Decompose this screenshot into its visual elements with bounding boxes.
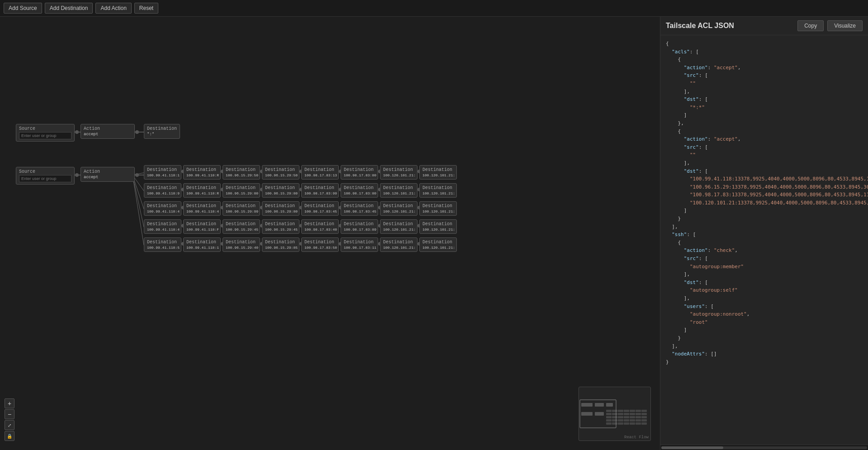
svg-rect-22 <box>641 410 647 412</box>
source-node-1-input[interactable] <box>19 132 71 139</box>
reset-button[interactable]: Reset <box>134 3 158 14</box>
dest-col5-row3: Destination 100.98.17.83:45 <box>301 201 339 216</box>
dest-node-1-title: Destination <box>147 126 177 131</box>
copy-button[interactable]: Copy <box>797 20 824 31</box>
dest-col3-row3: Destination 100.96.15.29:99 <box>223 201 260 216</box>
svg-rect-41 <box>630 419 635 422</box>
minimap-svg <box>579 387 651 441</box>
fit-view-button[interactable]: ⤢ <box>5 420 14 430</box>
dest-col7-row3: Destination 100.120.101.21: <box>380 201 417 216</box>
svg-line-7 <box>133 175 144 227</box>
json-panel: Tailscale ACL JSON Copy Visualize { "acl… <box>660 17 868 450</box>
action-node-2-title: Action <box>84 169 132 174</box>
dest-col2-row4: Destination 100.99.41.118:F <box>183 219 221 234</box>
zoom-out-button[interactable]: − <box>5 409 14 419</box>
svg-rect-37 <box>606 419 612 422</box>
svg-rect-34 <box>630 416 635 418</box>
dest-col5-row4: Destination 100.98.17.83:40 <box>301 219 339 234</box>
dest-col1-row1: Destination 100.99.41.118:1 <box>144 165 181 180</box>
dest-col2-row5: Destination 100.99.41.118:1 <box>183 237 221 252</box>
svg-rect-18 <box>618 410 623 412</box>
dest-col4-row3: Destination 100.96.15.29:80 <box>262 201 299 216</box>
svg-rect-31 <box>612 416 617 418</box>
svg-rect-43 <box>641 419 647 422</box>
source-node-1-title: Source <box>19 126 71 131</box>
dest-col5-row1: Destination 100.98.17.83:13 <box>301 165 339 180</box>
dest-col2-row1: Destination 100.99.41.118:R <box>183 165 221 180</box>
dest-col4-row4: Destination 100.96.15.29:45 <box>262 219 299 234</box>
svg-rect-16 <box>606 410 612 412</box>
dest-col3-row2: Destination 100.96.15.29:80 <box>223 183 260 198</box>
svg-rect-30 <box>606 416 612 418</box>
dest-col4-row5: Destination 100.96.15.29:85 <box>262 237 299 252</box>
svg-rect-36 <box>641 416 647 418</box>
dest-node-1: Destination *:* <box>144 124 180 139</box>
dest-col2-row3: Destination 100.99.41.118:4 <box>183 201 221 216</box>
add-source-button[interactable]: Add Source <box>4 3 42 14</box>
json-panel-actions: Copy Visualize <box>797 20 863 31</box>
dest-col1-row2: Destination 100.99.41.118:9 <box>144 183 181 198</box>
svg-rect-24 <box>612 413 617 415</box>
json-panel-title: Tailscale ACL JSON <box>666 22 734 30</box>
svg-rect-19 <box>624 410 629 412</box>
zoom-in-button[interactable]: + <box>5 398 14 408</box>
json-scrollbar-track[interactable] <box>661 446 867 449</box>
action-node-2-value: accept <box>84 175 132 180</box>
dest-col1-row3: Destination 100.99.41.118:4 <box>144 201 181 216</box>
source-node-2: Source <box>16 167 75 185</box>
svg-rect-13 <box>606 403 613 407</box>
flow-canvas[interactable]: Source Action accept Destination *:* Sou… <box>0 17 660 450</box>
add-destination-button[interactable]: Add Destination <box>45 3 93 14</box>
dest-col5-row5: Destination 100.98.17.83:50 <box>301 237 339 252</box>
action-node-1: Action accept <box>81 124 135 139</box>
dest-col3-row5: Destination 100.96.15.29:40 <box>223 237 260 252</box>
json-horizontal-scrollbar[interactable] <box>660 445 868 450</box>
dest-col6-row4: Destination 100.98.17.83:89 <box>341 219 378 234</box>
svg-rect-26 <box>624 413 629 415</box>
svg-rect-44 <box>606 422 612 425</box>
lock-button[interactable]: 🔒 <box>5 431 14 441</box>
svg-rect-29 <box>641 413 647 415</box>
dest-col3-row1: Destination 100.96.15.29:50 <box>223 165 260 180</box>
svg-rect-28 <box>636 413 641 415</box>
json-content[interactable]: { "acls": [ { "action": "accept", "src":… <box>660 35 868 445</box>
visualize-button[interactable]: Visualize <box>827 20 863 31</box>
source-node-2-title: Source <box>19 169 71 174</box>
svg-rect-40 <box>624 419 629 422</box>
dest-col7-row1: Destination 100.120.101.21: <box>380 165 417 180</box>
svg-rect-38 <box>612 419 617 422</box>
svg-rect-17 <box>612 410 617 412</box>
source-node-2-input[interactable] <box>19 175 71 182</box>
svg-rect-50 <box>641 422 647 425</box>
json-scrollbar-thumb[interactable] <box>661 446 723 449</box>
dest-col1-row5: Destination 100.99.41.118:5 <box>144 237 181 252</box>
json-panel-header: Tailscale ACL JSON Copy Visualize <box>660 17 868 35</box>
dest-col6-row3: Destination 100.98.17.83:45 <box>341 201 378 216</box>
dest-col7-row4: Destination 100.120.101.21: <box>380 219 417 234</box>
dest-col7-row2: Destination 100.120.101.21: <box>380 183 417 198</box>
action-node-1-value: accept <box>84 132 132 137</box>
svg-rect-21 <box>636 410 641 412</box>
dest-col8-row5: Destination 100.120.101.21: <box>419 237 457 252</box>
minimap-label: React Flow <box>624 435 649 440</box>
dest-col2-row2: Destination 100.99.41.118:R <box>183 183 221 198</box>
svg-rect-45 <box>612 422 617 425</box>
dest-col7-row5: Destination 100.120.101.21: <box>380 237 417 252</box>
dest-col6-row2: Destination 100.98.17.83:80 <box>341 183 378 198</box>
dest-col6-row5: Destination 100.98.17.83:11 <box>341 237 378 252</box>
dest-col8-row3: Destination 100.120.101.21: <box>419 201 457 216</box>
dest-col8-row1: Destination 100.120.101.21: <box>419 165 457 180</box>
svg-rect-20 <box>630 410 635 412</box>
dest-col4-row2: Destination 100.96.15.29:80 <box>262 183 299 198</box>
svg-rect-46 <box>618 422 623 425</box>
svg-line-8 <box>133 175 144 245</box>
add-action-button[interactable]: Add Action <box>95 3 131 14</box>
svg-rect-12 <box>595 403 604 407</box>
zoom-controls: + − ⤢ 🔒 <box>5 398 14 441</box>
svg-rect-27 <box>630 413 635 415</box>
dest-col1-row4: Destination 100.99.41.118:4 <box>144 219 181 234</box>
action-node-1-title: Action <box>84 126 132 131</box>
toolbar: Add Source Add Destination Add Action Re… <box>0 0 868 17</box>
dest-col8-row2: Destination 100.120.101.21: <box>419 183 457 198</box>
svg-rect-25 <box>618 413 623 415</box>
